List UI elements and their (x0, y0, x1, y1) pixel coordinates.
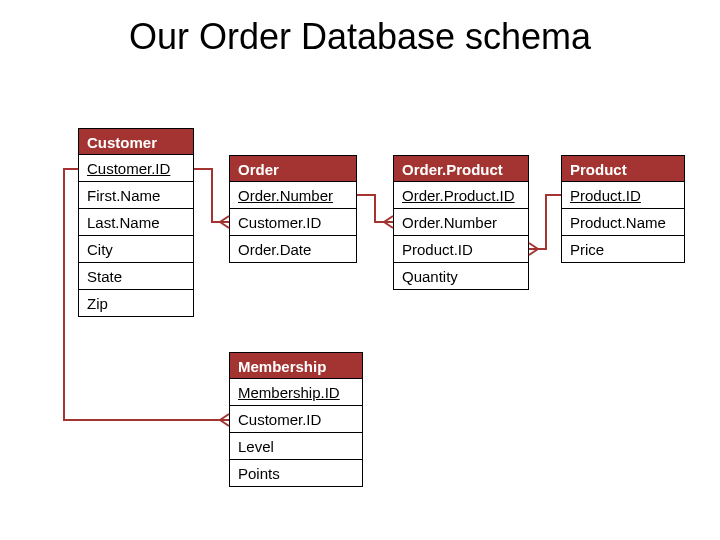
table-membership: Membership Membership.ID Customer.ID Lev… (229, 352, 363, 487)
table-row: Price (561, 236, 685, 263)
table-order: Order Order.Number Customer.ID Order.Dat… (229, 155, 357, 263)
table-row: State (78, 263, 194, 290)
table-customer: Customer Customer.ID First.Name Last.Nam… (78, 128, 194, 317)
table-row: First.Name (78, 182, 194, 209)
table-row: Quantity (393, 263, 529, 290)
table-row: Product.ID (393, 236, 529, 263)
table-row: City (78, 236, 194, 263)
table-header: Order (229, 155, 357, 182)
table-row: Order.Product.ID (393, 182, 529, 209)
table-row: Order.Number (393, 209, 529, 236)
table-header: Membership (229, 352, 363, 379)
table-row: Level (229, 433, 363, 460)
page-title: Our Order Database schema (0, 16, 720, 58)
table-row: Order.Number (229, 182, 357, 209)
table-row: Zip (78, 290, 194, 317)
table-header: Customer (78, 128, 194, 155)
table-row: Points (229, 460, 363, 487)
table-header: Order.Product (393, 155, 529, 182)
table-product: Product Product.ID Product.Name Price (561, 155, 685, 263)
table-orderproduct: Order.Product Order.Product.ID Order.Num… (393, 155, 529, 290)
table-row: Customer.ID (229, 209, 357, 236)
table-row: Product.Name (561, 209, 685, 236)
table-row: Membership.ID (229, 379, 363, 406)
table-row: Product.ID (561, 182, 685, 209)
table-row: Order.Date (229, 236, 357, 263)
table-header: Product (561, 155, 685, 182)
table-row: Last.Name (78, 209, 194, 236)
table-row: Customer.ID (229, 406, 363, 433)
table-row: Customer.ID (78, 155, 194, 182)
